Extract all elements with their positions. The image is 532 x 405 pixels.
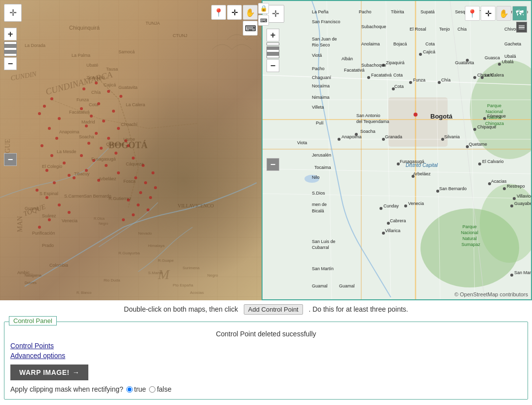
svg-text:Nacional: Nacional bbox=[461, 230, 478, 235]
svg-point-10 bbox=[117, 127, 120, 130]
hand-tool-left[interactable]: ✋ bbox=[243, 5, 258, 20]
svg-point-9 bbox=[85, 124, 88, 127]
clipping-true-option[interactable]: true bbox=[126, 385, 146, 393]
svg-text:Himalaya: Himalaya bbox=[148, 243, 165, 248]
clipping-false-option[interactable]: false bbox=[149, 385, 172, 393]
hand-tool-right[interactable]: ✋ bbox=[496, 6, 511, 21]
svg-point-38 bbox=[45, 196, 48, 199]
svg-point-149 bbox=[414, 113, 418, 117]
instruction-prefix: Double-click on both maps, then click bbox=[124, 305, 238, 313]
svg-text:La Peña: La Peña bbox=[312, 9, 329, 14]
zoom-in-left[interactable]: + bbox=[4, 28, 17, 40]
scale-r-5 bbox=[266, 55, 279, 58]
zoom-out-right[interactable]: − bbox=[266, 158, 279, 171]
svg-text:CTUNJ: CTUNJ bbox=[173, 33, 188, 38]
advanced-options-link[interactable]: Advanced options bbox=[10, 352, 522, 360]
svg-text:La Mesde: La Mesde bbox=[57, 149, 76, 154]
layers-tool-right[interactable]: 🗺 bbox=[512, 6, 527, 21]
svg-text:R.Guayurba: R.Guayurba bbox=[118, 251, 140, 255]
clipping-false-radio[interactable] bbox=[149, 386, 155, 393]
svg-text:Nocaíma: Nocaíma bbox=[312, 83, 330, 88]
zoom-controls-right: + − bbox=[266, 29, 279, 72]
svg-text:Quetame: Quetame bbox=[469, 142, 487, 147]
svg-text:Fosca: Fosca bbox=[123, 179, 136, 184]
zoom-in-right[interactable]: + bbox=[266, 29, 279, 41]
svg-text:Cunday: Cunday bbox=[383, 203, 399, 208]
map-left-toolbar: 📍 ✛ ✋ bbox=[211, 5, 258, 20]
pin-tool-left[interactable]: 📍 bbox=[211, 5, 226, 20]
keyboard-icon-area: ⌨ bbox=[243, 21, 258, 36]
svg-point-47 bbox=[144, 181, 147, 184]
svg-text:Cota: Cota bbox=[394, 84, 404, 89]
svg-point-31 bbox=[40, 144, 43, 147]
clipping-false-label: false bbox=[157, 385, 172, 393]
svg-text:Villeta: Villeta bbox=[312, 105, 324, 110]
keyboard-sep-btn[interactable]: ⌨ bbox=[258, 15, 269, 26]
svg-point-6 bbox=[112, 110, 115, 113]
svg-point-160 bbox=[473, 76, 476, 79]
svg-text:San Martín: San Martín bbox=[514, 270, 532, 275]
control-points-link[interactable]: Control Points bbox=[10, 342, 522, 350]
svg-text:Choachí: Choachí bbox=[121, 122, 138, 127]
svg-text:Quetame: Quetame bbox=[106, 142, 124, 147]
pan-control-right[interactable]: ✛ bbox=[266, 5, 284, 23]
svg-point-43 bbox=[132, 157, 135, 160]
svg-point-14 bbox=[87, 142, 90, 145]
svg-text:Fusagasugá: Fusagasugá bbox=[91, 157, 116, 162]
svg-text:Subachoque: Subachoque bbox=[361, 24, 386, 29]
zoom-out-right-top[interactable]: − bbox=[266, 59, 279, 72]
svg-text:Cabrera: Cabrera bbox=[390, 218, 406, 223]
svg-text:Nilo: Nilo bbox=[312, 175, 320, 180]
zoom-minus-lower-left[interactable]: − bbox=[4, 153, 17, 166]
svg-text:Villavicencio: Villavicencio bbox=[517, 194, 532, 199]
svg-point-23 bbox=[73, 176, 76, 179]
svg-text:Cáqueza: Cáqueza bbox=[126, 162, 144, 166]
warp-image-button[interactable]: WARP IMAGE! → bbox=[10, 364, 88, 380]
svg-text:Natural: Natural bbox=[462, 236, 477, 241]
svg-point-17 bbox=[80, 154, 83, 157]
svg-text:Tibirita: Tibirita bbox=[391, 9, 404, 14]
svg-text:San Luis de: San Luis de bbox=[312, 239, 336, 244]
lock-btn[interactable]: 🔒 bbox=[258, 3, 269, 14]
clipping-true-radio[interactable] bbox=[126, 386, 133, 393]
svg-text:Bogotá: Bogotá bbox=[430, 113, 453, 120]
zoom-out-left[interactable]: − bbox=[4, 57, 17, 70]
svg-text:Chía: Chía bbox=[91, 90, 101, 95]
scale-seg-5 bbox=[4, 53, 17, 56]
status-message: Control Point deleted sucessfully bbox=[10, 330, 522, 338]
svg-text:CUNDIN: CUNDIN bbox=[10, 70, 37, 82]
menu-btn-right[interactable] bbox=[516, 22, 527, 33]
svg-point-156 bbox=[498, 63, 501, 66]
add-control-point-button[interactable]: Add Control Point bbox=[244, 304, 303, 315]
map-left[interactable]: CUNDINAMARCA BOGOTÁ CUNDIN TOQUE VILLAVI… bbox=[0, 0, 262, 300]
pin-tool-right[interactable]: 📍 bbox=[465, 6, 480, 21]
map-right[interactable]: Bogotá Distrito Capital Parque Nacional … bbox=[262, 0, 532, 300]
menu-btn-right-area bbox=[516, 22, 527, 33]
svg-text:Cota: Cota bbox=[89, 102, 98, 107]
keyboard-btn-left[interactable]: ⌨ bbox=[243, 21, 258, 36]
svg-text:Villarica: Villarica bbox=[385, 228, 400, 233]
svg-text:Cubarral: Cubarral bbox=[312, 245, 329, 250]
svg-text:Pacho: Pacho bbox=[312, 66, 325, 71]
svg-text:Fómeque: Fómeque bbox=[487, 114, 506, 119]
svg-text:San Bernardo: San Bernardo bbox=[84, 194, 112, 199]
svg-point-32 bbox=[50, 154, 53, 157]
svg-text:Rio Duda: Rio Duda bbox=[104, 278, 120, 283]
svg-text:Nevado: Nevado bbox=[138, 231, 152, 236]
svg-point-27 bbox=[38, 112, 41, 115]
svg-point-53 bbox=[147, 208, 150, 211]
svg-text:Acocias: Acocias bbox=[190, 290, 204, 295]
svg-text:Funza: Funza bbox=[76, 97, 89, 102]
svg-text:Cajicá: Cajicá bbox=[104, 82, 116, 87]
pan-control-left[interactable]: ✛ bbox=[4, 4, 22, 22]
svg-text:Viota: Viota bbox=[297, 140, 307, 145]
move-tool-left[interactable]: ✛ bbox=[227, 5, 242, 20]
svg-text:Zipaquirá: Zipaquirá bbox=[386, 60, 405, 65]
move-tool-right[interactable]: ✛ bbox=[481, 6, 495, 21]
svg-text:Negro: Negro bbox=[207, 273, 218, 278]
svg-text:San Francisco: San Francisco bbox=[312, 19, 341, 24]
svg-text:Guasca: Guasca bbox=[485, 55, 500, 60]
svg-text:Venecia: Venecia bbox=[408, 201, 424, 206]
svg-text:S.Martin: S.Martin bbox=[148, 271, 163, 275]
svg-text:Guayabetal: Guayabetal bbox=[514, 201, 532, 206]
